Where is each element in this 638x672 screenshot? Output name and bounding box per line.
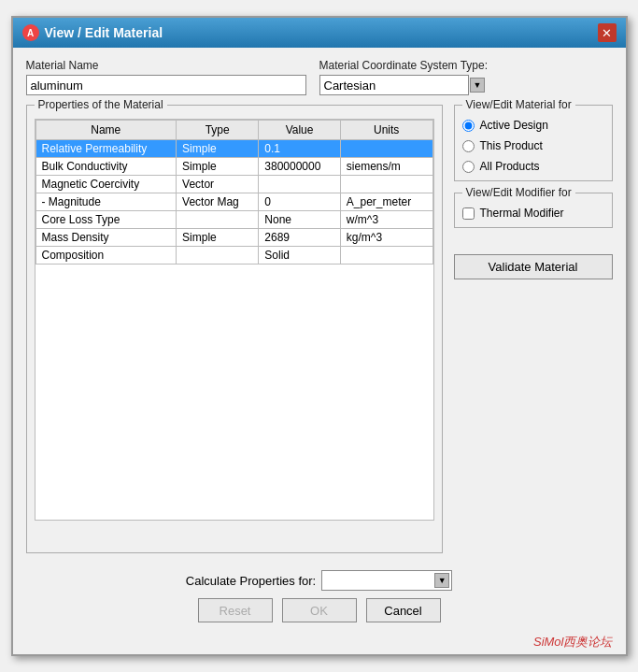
bottom-area: Calculate Properties for: ▼ Reset OK Can… [13, 563, 626, 632]
material-name-label: Material Name [26, 59, 306, 72]
table-cell-name: Bulk Conductivity [35, 158, 177, 176]
table-cell-units [340, 176, 432, 193]
view-edit-material-group: View/Edit Material for Active Design Thi… [454, 105, 613, 181]
table-cell-value: 2689 [259, 229, 341, 247]
watermark-text: SiMol西奥论坛 [533, 635, 613, 649]
table-cell-value: 380000000 [259, 158, 341, 176]
table-cell-value: None [259, 211, 341, 229]
table-row[interactable]: Relative PermeabilitySimple0.1 [35, 140, 432, 158]
table-row[interactable]: Mass DensitySimple2689kg/m^3 [35, 229, 432, 247]
thermal-modifier-item[interactable]: Thermal Modifier [462, 207, 604, 220]
table-cell-name: Composition [35, 247, 177, 265]
thermal-modifier-label: Thermal Modifier [480, 207, 564, 220]
table-row[interactable]: Bulk ConductivitySimple380000000siemens/… [35, 158, 432, 176]
close-button[interactable]: ✕ [598, 23, 617, 42]
table-row[interactable]: Core Loss TypeNonew/m^3 [35, 211, 432, 229]
table-cell-value: Solid [259, 247, 341, 265]
table-cell-type: Vector Mag [177, 193, 259, 211]
reset-button[interactable]: Reset [198, 598, 273, 622]
ok-button[interactable]: OK [282, 598, 357, 622]
table-cell-name: - Magnitude [35, 193, 177, 211]
properties-table: Name Type Value Units Relative Permeabil… [35, 120, 433, 265]
table-cell-name: Magnetic Coercivity [35, 176, 177, 193]
view-edit-material-title: View/Edit Material for [462, 98, 575, 111]
col-header-name: Name [35, 121, 177, 140]
table-row[interactable]: Magnetic CoercivityVector [35, 176, 432, 193]
table-cell-units: w/m^3 [340, 211, 432, 229]
title-bar-left: A View / Edit Material [22, 24, 163, 41]
properties-table-container[interactable]: Name Type Value Units Relative Permeabil… [35, 119, 434, 521]
table-cell-units [340, 140, 432, 158]
view-edit-modifier-group: View/Edit Modifier for Thermal Modifier [454, 193, 613, 228]
radio-this-product[interactable]: This Product [462, 139, 604, 152]
table-cell-units [340, 247, 432, 265]
thermal-modifier-checkbox[interactable] [462, 207, 475, 220]
table-cell-value: 0.1 [259, 140, 341, 158]
table-cell-units: A_per_meter [340, 193, 432, 211]
table-header-row: Name Type Value Units [35, 121, 432, 140]
table-row[interactable]: CompositionSolid [35, 247, 432, 265]
calculate-select-wrapper: ▼ [321, 570, 452, 591]
table-row[interactable]: - MagnitudeVector Mag0A_per_meter [35, 193, 432, 211]
validate-material-button[interactable]: Validate Material [454, 254, 613, 279]
table-cell-name: Relative Permeability [35, 140, 177, 158]
table-cell-name: Core Loss Type [35, 211, 177, 229]
calculate-row: Calculate Properties for: ▼ [186, 570, 452, 591]
properties-group-title: Properties of the Material [35, 98, 167, 111]
calculate-label: Calculate Properties for: [186, 574, 316, 588]
table-cell-value: 0 [259, 193, 341, 211]
material-name-group: Material Name [26, 59, 306, 95]
radio-this-product-label: This Product [480, 139, 543, 152]
view-edit-modifier-title: View/Edit Modifier for [462, 186, 575, 199]
radio-active-design[interactable]: Active Design [462, 119, 604, 132]
coord-type-select-wrapper: Cartesian Cylindrical Spherical ▼ [319, 75, 489, 95]
material-name-input[interactable] [26, 75, 306, 95]
table-cell-type: Vector [177, 176, 259, 193]
table-cell-type: Simple [177, 229, 259, 247]
cancel-button[interactable]: Cancel [366, 598, 441, 622]
dialog-window: A View / Edit Material ✕ Material Name M… [11, 16, 628, 656]
table-cell-units: kg/m^3 [340, 229, 432, 247]
dialog-title: View / Edit Material [45, 25, 163, 40]
col-header-units: Units [340, 121, 432, 140]
watermark: SiMol西奥论坛 [13, 632, 626, 654]
title-bar: A View / Edit Material ✕ [13, 18, 626, 48]
table-cell-value [259, 176, 341, 193]
right-panel: View/Edit Material for Active Design Thi… [454, 105, 613, 553]
coord-type-select[interactable]: Cartesian Cylindrical Spherical [319, 75, 469, 95]
coord-type-dropdown-icon: ▼ [470, 78, 485, 93]
content-area: Properties of the Material Name Type Val… [26, 105, 613, 553]
top-fields-row: Material Name Material Coordinate System… [26, 59, 613, 95]
col-header-value: Value [259, 121, 341, 140]
radio-all-products[interactable]: All Products [462, 160, 604, 173]
table-cell-name: Mass Density [35, 229, 177, 247]
dialog-body: Material Name Material Coordinate System… [13, 48, 626, 563]
table-cell-type: Simple [177, 158, 259, 176]
col-header-type: Type [177, 121, 259, 140]
coord-type-group: Material Coordinate System Type: Cartesi… [319, 59, 489, 95]
radio-group: Active Design This Product All Products [462, 113, 604, 173]
table-cell-type [177, 211, 259, 229]
radio-all-products-label: All Products [480, 160, 540, 173]
table-body: Relative PermeabilitySimple0.1Bulk Condu… [35, 140, 432, 265]
app-icon: A [22, 24, 39, 41]
coord-type-label: Material Coordinate System Type: [319, 59, 489, 72]
calculate-select[interactable] [321, 570, 452, 591]
left-panel: Properties of the Material Name Type Val… [26, 105, 443, 553]
table-cell-type: Simple [177, 140, 259, 158]
table-cell-units: siemens/m [340, 158, 432, 176]
buttons-row: Reset OK Cancel [198, 598, 441, 622]
properties-group: Properties of the Material Name Type Val… [26, 105, 443, 553]
table-cell-type [177, 247, 259, 265]
radio-active-design-label: Active Design [480, 119, 548, 132]
